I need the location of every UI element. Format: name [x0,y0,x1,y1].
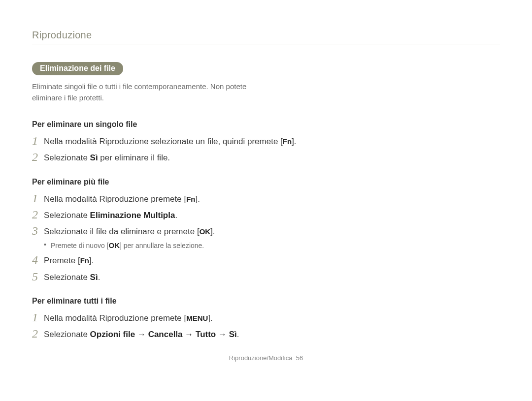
steps-all-files: 1 Nella modalità Riproduzione premete [M… [32,310,500,341]
step: 1 Nella modalità Riproduzione selezionat… [32,134,500,148]
step: 2 Selezionate Eliminazione Multipla. [32,208,500,222]
bold-text: Eliminazione Multipla [90,211,175,220]
sub-bullet: Premete di nuovo [OK] per annullare la s… [44,240,215,251]
step-number: 4 [32,253,44,267]
step-text: Selezionate Eliminazione Multipla. [44,208,177,222]
text: . [175,211,177,220]
text: Selezionate [44,330,90,339]
step-number: 2 [32,327,44,341]
footer-page-number: 56 [296,354,303,362]
text: Premete di nuovo [ [51,242,109,249]
steps-single-file: 1 Nella modalità Riproduzione selezionat… [32,134,500,165]
text: . [98,273,100,282]
bold-text: Opzioni file → Cancella → Tutto → Sì [90,330,237,339]
text: . [237,330,239,339]
subhead-all-files: Per eliminare tutti i file [32,297,500,306]
step-text: Nella modalità Riproduzione selezionate … [44,134,297,148]
text: Nella modalità Riproduzione premete [ [44,194,186,204]
text: Nella modalità Riproduzione premete [ [44,313,186,323]
text: ]. [210,227,215,236]
step-text: Selezionate Sì. [44,270,100,284]
footer-label: Riproduzione/Modifica [229,354,293,362]
menu-key: MENU [186,312,208,324]
subhead-single-file: Per eliminare un singolo file [32,120,500,129]
step-text: Selezionate Opzioni file → Cancella → Tu… [44,327,239,341]
text: Selezionate [44,211,90,220]
steps-multi-file: 1 Nella modalità Riproduzione premete [F… [32,191,500,284]
intro-text: Eliminate singoli file o tutti i file co… [32,81,259,103]
ok-key: OK [200,226,211,237]
fn-key: Fn [80,255,89,266]
step-text: Selezionate il file da eliminare e preme… [44,224,215,251]
step: 3 Selezionate il file da eliminare e pre… [32,224,500,251]
text: ]. [195,194,200,204]
step: 1 Nella modalità Riproduzione premete [M… [32,310,500,325]
text: ]. [208,313,212,323]
step-number: 1 [32,310,44,325]
step: 2 Selezionate Opzioni file → Cancella → … [32,327,500,341]
step-number: 3 [32,224,44,238]
step-text: Nella modalità Riproduzione premete [Fn]… [44,191,200,206]
step-number: 5 [32,270,44,284]
text: Nella modalità Riproduzione selezionate … [44,137,283,146]
fn-key: Fn [186,193,195,205]
step-number: 2 [32,150,44,164]
step: 4 Premete [Fn]. [32,253,500,267]
subhead-multi-file: Per eliminare più file [32,178,500,186]
text: Selezionate [44,153,90,162]
step-text: Selezionate Sì per eliminare il file. [44,150,170,164]
text: ]. [292,137,296,146]
bold-text: Sì [90,273,98,282]
fn-key: Fn [283,136,292,147]
page-footer: Riproduzione/Modifica 56 [32,354,500,362]
step-number: 1 [32,134,44,148]
text: ] per annullare la selezione. [120,242,204,249]
step-text: Premete [Fn]. [44,253,94,267]
step-number: 2 [32,208,44,222]
text: Premete [ [44,256,80,265]
step-text: Nella modalità Riproduzione premete [MEN… [44,310,213,325]
bold-text: Sì [90,153,98,162]
section-pill: Eliminazione dei file [32,62,123,75]
text: Selezionate [44,273,90,282]
step-number: 1 [32,191,44,206]
step: 5 Selezionate Sì. [32,270,500,284]
ok-key: OK [109,240,120,251]
text: Selezionate il file da eliminare e preme… [44,227,200,236]
step: 1 Nella modalità Riproduzione premete [F… [32,191,500,206]
text: ]. [89,256,94,265]
text: per eliminare il file. [98,153,170,162]
step: 2 Selezionate Sì per eliminare il file. [32,150,500,164]
breadcrumb: Riproduzione [32,30,500,44]
